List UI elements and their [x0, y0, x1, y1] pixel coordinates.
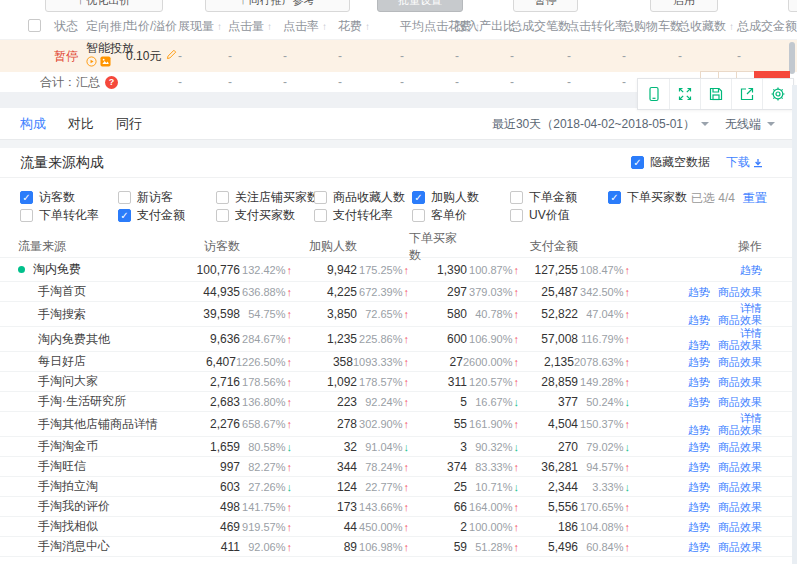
action-link[interactable]: 商品效果 [718, 441, 762, 453]
checkbox-icon[interactable] [314, 209, 327, 222]
actions-cell: 详情趋势商品效果 [630, 412, 797, 436]
checkbox-icon[interactable] [510, 191, 523, 204]
checkbox-icon[interactable]: ✓ [631, 156, 644, 169]
action-link[interactable]: 详情 [740, 302, 762, 314]
tab-compare[interactable]: 对比 [68, 115, 94, 133]
column-header[interactable]: 投入产出比↑ [447, 18, 502, 35]
action-link[interactable]: 趋势 [688, 376, 710, 388]
toolbar-button[interactable]: 删除 [788, 0, 797, 12]
toolbar-button[interactable]: 暂停 [513, 0, 578, 12]
mobile-preview-icon[interactable] [638, 79, 669, 109]
checkbox-icon[interactable] [20, 209, 33, 222]
metric-checkbox-item[interactable]: UV价值 [510, 207, 608, 224]
share-icon[interactable] [731, 79, 762, 109]
hide-empty-toggle[interactable]: ✓ 隐藏空数据 [631, 154, 710, 171]
metric-checkbox-item[interactable]: 支付买家数 [216, 207, 314, 224]
column-header[interactable]: 点击量↑ [220, 18, 275, 35]
metric-checkbox-item[interactable]: 客单价 [412, 207, 510, 224]
traffic-row: 每日好店6,4071226.50%↑3581093.33%↑272600.00%… [0, 352, 797, 372]
action-link[interactable]: 趋势 [688, 541, 710, 553]
column-header[interactable]: 总收藏数↑ [670, 18, 729, 35]
column-header[interactable]: 点击率↑ [275, 18, 330, 35]
table-scrollbar-thumb[interactable] [789, 42, 795, 74]
campaign-name[interactable]: 智能投放 [86, 42, 118, 55]
action-link[interactable]: 趋势 [688, 501, 710, 513]
terminal-selector[interactable]: 无线端 [725, 116, 775, 133]
checkbox-icon[interactable]: ✓ [118, 209, 131, 222]
metric-checkbox-item[interactable]: 新访客 [118, 189, 216, 206]
action-link[interactable]: 商品效果 [718, 424, 762, 436]
download-link[interactable]: 下载 [726, 154, 763, 171]
fullscreen-icon[interactable] [669, 79, 700, 109]
toolbar-button[interactable]: ↑ 优化出价 [45, 0, 163, 12]
action-link[interactable]: 趋势 [688, 521, 710, 533]
metric-cell: 3,85072.65%↑ [292, 307, 409, 321]
action-link[interactable]: 趋势 [688, 424, 710, 436]
metric-value: 55 [409, 417, 467, 431]
action-link[interactable]: 商品效果 [718, 376, 762, 388]
action-link[interactable]: 商品效果 [718, 481, 762, 493]
help-icon[interactable]: ? [105, 76, 118, 89]
action-link[interactable]: 商品效果 [718, 286, 762, 298]
action-link[interactable]: 趋势 [688, 356, 710, 368]
column-header[interactable]: 展现量↑ [170, 18, 220, 35]
column-header[interactable]: 总成交笔数↑ [502, 18, 559, 35]
page-scrollbar-track[interactable] [792, 85, 797, 564]
action-link[interactable]: 商品效果 [718, 461, 762, 473]
metric-checkbox-item[interactable]: 关注店铺买家数 [216, 189, 314, 206]
checkbox-icon[interactable] [412, 209, 425, 222]
tab-peers[interactable]: 同行 [116, 115, 142, 133]
checkbox-icon[interactable] [510, 209, 523, 222]
checkbox-icon[interactable] [216, 209, 229, 222]
checkbox-icon[interactable]: ✓ [608, 191, 621, 204]
checkbox-icon[interactable]: ✓ [20, 191, 33, 204]
action-link[interactable]: 商品效果 [718, 521, 762, 533]
metric-checkbox-item[interactable]: ✓访客数 [20, 189, 118, 206]
action-link[interactable]: 趋势 [688, 286, 710, 298]
action-link[interactable]: 趋势 [688, 481, 710, 493]
checkbox-icon[interactable]: ✓ [412, 191, 425, 204]
action-link[interactable]: 商品效果 [718, 541, 762, 553]
action-link[interactable]: 趋势 [688, 396, 710, 408]
actions-cell: 趋势商品效果 [630, 286, 797, 298]
metric-checkbox-item[interactable]: ✓加购人数 [412, 189, 510, 206]
column-header[interactable]: 总成交金额↑ [729, 18, 797, 35]
action-link[interactable]: 商品效果 [718, 396, 762, 408]
toolbar-button[interactable]: 批量设置 [377, 0, 463, 12]
toolbar-button[interactable]: ↑ 同行推广参考 [205, 0, 350, 12]
metric-change: 60.84%↑ [578, 540, 630, 554]
metric-checkbox-item[interactable]: ✓支付金额 [118, 207, 216, 224]
save-icon[interactable] [700, 79, 731, 109]
action-link[interactable]: 商品效果 [718, 356, 762, 368]
settings-icon[interactable] [762, 79, 793, 109]
toolbar-button[interactable]: 启用 [650, 0, 718, 12]
metric-checkbox-item[interactable]: 下单金额 [510, 189, 608, 206]
column-header[interactable]: 总购物车数↑ [614, 18, 670, 35]
action-link[interactable]: 趋势 [740, 264, 762, 276]
action-link[interactable]: 趋势 [688, 339, 710, 351]
action-link[interactable]: 趋势 [688, 461, 710, 473]
campaign-row: 暂停 智能投放 0.10元 ----------- [0, 40, 797, 72]
actions-cell: 趋势商品效果 [630, 376, 797, 388]
action-link[interactable]: 详情 [740, 412, 762, 424]
metric-checkbox-item[interactable]: 支付转化率 [314, 207, 412, 224]
checkbox-icon[interactable] [118, 191, 131, 204]
empty-value: - [220, 49, 275, 63]
column-header[interactable]: 花费↑ [330, 18, 392, 35]
action-link[interactable]: 商品效果 [718, 339, 762, 351]
select-all-checkbox[interactable] [28, 19, 41, 32]
reset-link[interactable]: 重置 [743, 190, 767, 207]
action-link[interactable]: 趋势 [688, 441, 710, 453]
date-range-selector[interactable]: 最近30天（2018-04-02~2018-05-01） [492, 116, 709, 133]
checkbox-icon[interactable] [314, 191, 327, 204]
action-link[interactable]: 趋势 [688, 314, 710, 326]
column-header[interactable]: 点击转化率↑ [559, 18, 614, 35]
column-header[interactable]: 平均点击花费↑ [392, 18, 447, 35]
metric-checkbox-item[interactable]: 下单转化率 [20, 207, 118, 224]
action-link[interactable]: 详情 [740, 327, 762, 339]
checkbox-icon[interactable] [216, 191, 229, 204]
metric-checkbox-item[interactable]: 商品收藏人数 [314, 189, 412, 206]
action-link[interactable]: 商品效果 [718, 501, 762, 513]
action-link[interactable]: 商品效果 [718, 314, 762, 326]
tab-composition[interactable]: 构成 [20, 115, 46, 133]
